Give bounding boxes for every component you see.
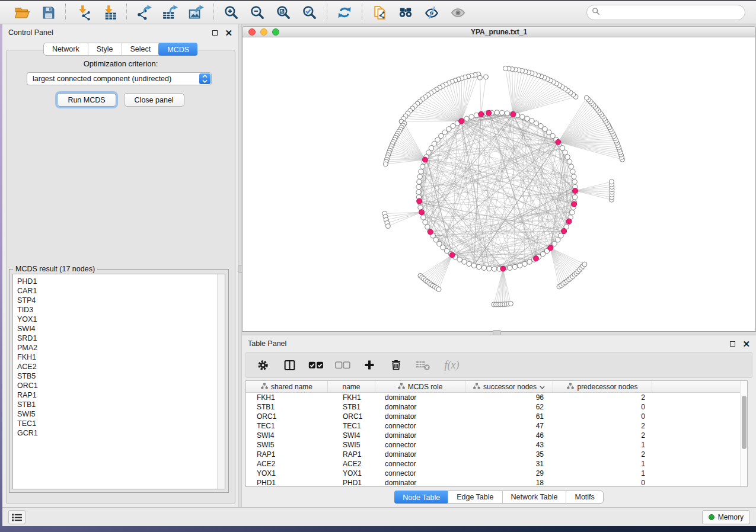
graph-node[interactable]	[565, 155, 570, 159]
table-row[interactable]: STB1STB1dominator620	[246, 402, 747, 412]
table-row[interactable]: YOX1YOX1connector291	[246, 469, 747, 478]
graph-node[interactable]	[527, 259, 532, 264]
graph-leaf-node[interactable]	[582, 262, 587, 267]
graph-node[interactable]	[417, 174, 422, 179]
graph-node[interactable]	[464, 116, 469, 121]
float-panel-icon[interactable]	[212, 30, 218, 36]
graph-node[interactable]	[421, 215, 426, 220]
graph-node[interactable]	[462, 259, 467, 264]
graph-node[interactable]	[525, 116, 529, 121]
cell[interactable]: ACE2	[328, 459, 375, 469]
cell[interactable]: ACE2	[246, 459, 328, 469]
cell[interactable]: TEC1	[328, 421, 375, 431]
graph-hub-node[interactable]	[548, 245, 553, 251]
import-table-icon[interactable]	[100, 4, 118, 21]
graph-node[interactable]	[469, 114, 474, 119]
graph-node[interactable]	[457, 257, 462, 262]
graph-hub-node[interactable]	[511, 111, 516, 117]
graph-node[interactable]	[572, 195, 577, 200]
tab-style[interactable]: Style	[88, 43, 122, 55]
graph-node[interactable]	[570, 210, 575, 214]
graph-hub-node[interactable]	[419, 210, 425, 215]
graph-node[interactable]	[572, 174, 576, 179]
column-header-successor-nodes[interactable]: successor nodes	[465, 381, 553, 392]
graph-node[interactable]	[426, 150, 431, 155]
graph-leaf-node[interactable]	[383, 162, 388, 166]
table-row[interactable]: SWI5SWI5connector431	[246, 440, 747, 450]
graph-node[interactable]	[471, 263, 476, 268]
graph-node[interactable]	[567, 159, 572, 164]
column-header-shared-name[interactable]: shared name	[246, 381, 328, 392]
graph-leaf-node[interactable]	[436, 287, 441, 291]
optimization-dropdown[interactable]: largest connected component (undirected)	[27, 72, 212, 85]
import-network-icon[interactable]	[74, 4, 92, 21]
table-scrollbar[interactable]	[740, 381, 747, 486]
graph-hub-node[interactable]	[417, 198, 422, 204]
cell[interactable]: STB1	[246, 402, 328, 412]
memory-button[interactable]: Memory	[702, 510, 750, 524]
graph-hub-node[interactable]	[479, 111, 484, 117]
graph-hub-node[interactable]	[449, 252, 455, 258]
result-node[interactable]: RAP1	[17, 390, 221, 400]
graph-node[interactable]	[520, 114, 525, 119]
share-document-icon[interactable]	[371, 4, 388, 21]
cell[interactable]: SWI4	[246, 431, 328, 440]
table-row[interactable]: TEC1TEC1connector472	[246, 421, 747, 431]
cell[interactable]: RAP1	[246, 450, 328, 459]
table-row[interactable]: ORC1ORC1dominator610	[246, 412, 747, 421]
table-row[interactable]: ACE2ACE2connector311	[246, 459, 747, 469]
result-node[interactable]: ACE2	[17, 362, 221, 371]
graph-node[interactable]	[423, 220, 428, 225]
tab-network-table[interactable]: Network Table	[502, 491, 566, 503]
cell[interactable]: 0	[553, 412, 652, 421]
save-session-icon[interactable]	[39, 4, 57, 21]
graph-leaf-node[interactable]	[503, 66, 508, 71]
column-header-name[interactable]: name	[328, 381, 375, 392]
result-node[interactable]: GCR1	[17, 428, 221, 438]
graph-node[interactable]	[416, 184, 421, 189]
result-node[interactable]: STB1	[17, 400, 221, 409]
graph-node[interactable]	[512, 264, 517, 269]
graph-hub-node[interactable]	[556, 139, 561, 145]
graph-node[interactable]	[569, 164, 573, 169]
graph-hub-node[interactable]	[534, 256, 539, 261]
graph-hub-node[interactable]	[459, 118, 464, 124]
graph-node[interactable]	[518, 263, 522, 268]
graph-node[interactable]	[416, 190, 421, 194]
cell[interactable]: SWI4	[328, 431, 375, 440]
cell[interactable]: SWI5	[328, 440, 375, 450]
result-node[interactable]: STB5	[17, 371, 221, 381]
graph-node[interactable]	[534, 121, 538, 126]
cell[interactable]: connector	[375, 421, 465, 431]
cell[interactable]: 43	[465, 440, 553, 450]
graph-node[interactable]	[563, 150, 567, 155]
network-view[interactable]	[242, 37, 756, 332]
result-node[interactable]: ORC1	[17, 381, 221, 390]
function-builder-icon[interactable]: f(x)	[442, 356, 462, 374]
graph-node[interactable]	[508, 265, 512, 270]
tab-motifs[interactable]: Motifs	[566, 491, 602, 503]
result-node[interactable]: FKH1	[17, 352, 221, 362]
cell[interactable]: 0	[553, 402, 652, 412]
zoom-fit-icon[interactable]	[275, 4, 292, 21]
result-node[interactable]: TID3	[17, 305, 221, 315]
graph-node[interactable]	[420, 164, 425, 169]
cell[interactable]: PHD1	[328, 478, 375, 488]
cell[interactable]: FKH1	[246, 393, 328, 402]
cell[interactable]: 62	[465, 402, 553, 412]
cell[interactable]: 18	[465, 478, 553, 488]
cell[interactable]: TEC1	[246, 421, 328, 431]
zoom-selected-icon[interactable]	[301, 4, 318, 21]
run-mcds-button[interactable]: Run MCDS	[57, 93, 116, 107]
search-box[interactable]	[586, 5, 745, 20]
graph-node[interactable]	[560, 146, 564, 150]
result-node[interactable]: SWI5	[17, 409, 221, 419]
graph-node[interactable]	[451, 124, 455, 129]
graph-hub-node[interactable]	[573, 188, 578, 194]
scrollbar-thumb[interactable]	[742, 396, 747, 449]
cell[interactable]: dominator	[375, 478, 465, 488]
delete-table-icon[interactable]	[415, 356, 430, 374]
result-scrollbar[interactable]	[217, 274, 225, 489]
cell[interactable]: ORC1	[246, 412, 328, 421]
cell[interactable]: 2	[553, 393, 652, 402]
